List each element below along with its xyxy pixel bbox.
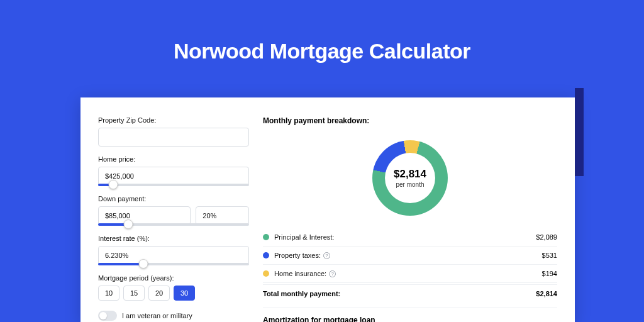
veteran-row: I am veteran or military [98, 311, 249, 321]
total-amount: $2,814 [536, 290, 557, 297]
home-price-block: Home price: [98, 155, 249, 186]
legend-row-insurance: Home insurance: ? $194 [263, 265, 557, 283]
rate-slider-thumb[interactable] [139, 259, 148, 269]
total-label: Total monthly payment: [263, 290, 340, 297]
down-payment-label: Down payment: [98, 195, 249, 203]
rate-input[interactable] [98, 246, 249, 265]
legend-label-taxes: Property taxes: ? [274, 252, 330, 259]
down-payment-block: Down payment: [98, 195, 249, 226]
legend-amount-taxes: $531 [542, 252, 557, 259]
legend-row-taxes: Property taxes: ? $531 [263, 247, 557, 265]
period-block: Mortgage period (years): 10 15 20 30 [98, 274, 249, 301]
info-icon[interactable]: ? [323, 252, 330, 259]
down-payment-pct-input[interactable] [196, 206, 249, 225]
down-payment-slider[interactable] [98, 223, 249, 226]
veteran-toggle[interactable] [98, 311, 117, 321]
legend-swatch-insurance [263, 270, 269, 277]
inputs-column: Property Zip Code: Home price: Down paym… [98, 116, 249, 322]
page-title: Norwood Mortgage Calculator [0, 0, 644, 64]
legend-label-insurance: Home insurance: ? [274, 270, 336, 277]
zip-label: Property Zip Code: [98, 116, 249, 124]
calculator-card: Property Zip Code: Home price: Down paym… [80, 97, 575, 322]
amortization-section: Amortization for mortgage loan Amortizat… [263, 308, 557, 322]
zip-field-block: Property Zip Code: [98, 116, 249, 147]
info-icon[interactable]: ? [329, 270, 336, 277]
donut-center: $2,814 per month [385, 153, 435, 203]
breakdown-heading: Monthly payment breakdown: [263, 116, 557, 125]
veteran-label: I am veteran or military [122, 312, 192, 319]
zip-input[interactable] [98, 128, 249, 147]
donut-chart: $2,814 per month [263, 134, 557, 222]
amortization-heading: Amortization for mortgage loan [263, 316, 557, 322]
home-price-label: Home price: [98, 155, 249, 163]
home-price-slider[interactable] [98, 184, 249, 186]
down-payment-amount-input[interactable] [98, 206, 191, 225]
period-option-20[interactable]: 20 [148, 286, 170, 301]
donut-center-value: $2,814 [394, 168, 426, 180]
rate-label: Interest rate (%): [98, 235, 249, 242]
legend-label-taxes-text: Property taxes: [274, 252, 321, 259]
home-price-slider-thumb[interactable] [109, 180, 118, 189]
legend-label-insurance-text: Home insurance: [274, 270, 326, 277]
home-price-input[interactable] [98, 167, 249, 186]
legend-row-principal: Principal & Interest: $2,089 [263, 228, 557, 247]
down-payment-slider-thumb[interactable] [124, 219, 133, 229]
period-option-15[interactable]: 15 [123, 286, 145, 301]
legend-label-principal: Principal & Interest: [274, 233, 334, 241]
period-options: 10 15 20 30 [98, 286, 249, 301]
rate-slider[interactable] [98, 263, 249, 265]
rate-block: Interest rate (%): [98, 235, 249, 265]
period-label: Mortgage period (years): [98, 274, 249, 282]
period-option-30[interactable]: 30 [174, 286, 195, 301]
legend-swatch-principal [263, 234, 269, 240]
legend-amount-principal: $2,089 [536, 233, 557, 241]
period-option-10[interactable]: 10 [98, 286, 119, 301]
donut-center-sub: per month [396, 181, 424, 188]
legend-amount-insurance: $194 [542, 270, 557, 277]
total-row: Total monthly payment: $2,814 [263, 284, 557, 301]
legend-swatch-taxes [263, 252, 269, 258]
breakdown-column: Monthly payment breakdown: $2,814 per mo… [263, 116, 557, 322]
